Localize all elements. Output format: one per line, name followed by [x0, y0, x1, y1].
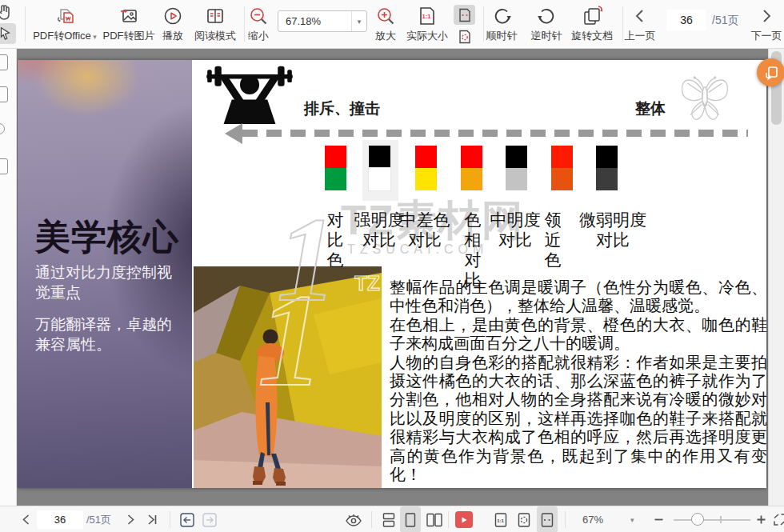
- pdf-to-office-label: PDF转Office: [33, 30, 91, 42]
- divider: [371, 511, 372, 528]
- bottom-fit-page-button[interactable]: [514, 506, 534, 532]
- next-view-button[interactable]: [200, 506, 219, 532]
- select-tool-button[interactable]: [0, 23, 16, 44]
- rotate-document-icon: [566, 4, 618, 28]
- pdf-to-image-label: PDF转图片: [101, 29, 157, 43]
- sidebar-tool-icon[interactable]: [0, 86, 8, 102]
- sidebar-tool-icon[interactable]: [0, 54, 8, 70]
- chevron-right-icon: [749, 4, 784, 28]
- swatch-label-6: 领近色: [542, 210, 563, 270]
- swatch-pair-2: [369, 146, 390, 190]
- swatch-color: [551, 146, 573, 168]
- play-icon: [158, 4, 187, 28]
- single-page-view-button[interactable]: [400, 506, 421, 532]
- zoom-select-caret-icon[interactable]: ▾: [351, 11, 366, 31]
- rotate-ccw-button[interactable]: 逆时针: [526, 4, 566, 43]
- pdf-reader-app: PDF转Office ▾ PDF转图片 播放: [0, 0, 784, 532]
- translate-doc-icon: [763, 65, 779, 81]
- weightlifter-icon: [205, 63, 294, 127]
- last-page-button[interactable]: [142, 506, 162, 532]
- zoom-out-icon: [243, 4, 274, 28]
- pdf-to-office-button[interactable]: PDF转Office ▾: [30, 4, 99, 43]
- previous-view-button[interactable]: [178, 506, 197, 532]
- prev-page-button[interactable]: 上一页: [622, 4, 658, 43]
- bottom-next-page-button[interactable]: [122, 506, 139, 532]
- zoom-level-select[interactable]: 67.18% ▾: [278, 10, 367, 32]
- next-page-button[interactable]: 下一页: [749, 4, 784, 43]
- fit-width-button[interactable]: [454, 5, 475, 25]
- swatch-pair-7: [596, 146, 618, 190]
- zoom-slider-minus-button[interactable]: [651, 506, 666, 532]
- swatch-label-5: 中明度对比: [486, 210, 545, 250]
- dashed-arrow-line: [242, 130, 748, 137]
- fit-page-button[interactable]: [454, 26, 475, 46]
- rotate-document-label: 旋转文档: [566, 29, 618, 43]
- reading-mode-button[interactable]: 阅读模式: [192, 4, 238, 43]
- whole-label: 整体: [635, 98, 666, 119]
- swatch-pair-5: [506, 146, 527, 190]
- sidebar-tool-icon[interactable]: [0, 123, 5, 134]
- swatch-color: [325, 146, 346, 168]
- rotate-cw-button[interactable]: 顺时针: [482, 4, 522, 43]
- swatch-pair-4: [461, 146, 482, 190]
- bottom-actual-size-button[interactable]: 1:1: [490, 506, 511, 532]
- scroll-view-button[interactable]: [379, 506, 398, 532]
- vertical-scrollbar[interactable]: [768, 48, 784, 506]
- bottom-toolbar: 36 /51页: [0, 506, 784, 532]
- zoom-in-button[interactable]: 放大: [370, 4, 401, 43]
- next-page-label: 下一页: [749, 29, 784, 43]
- play-label: 播放: [158, 29, 187, 43]
- divider: [448, 511, 449, 528]
- bottom-zoom-caret-icon[interactable]: ▾: [630, 506, 634, 532]
- two-page-view-button[interactable]: [423, 506, 446, 532]
- swatch-label-3: 中差色对比: [397, 210, 453, 250]
- rotate-cw-label: 顺时针: [482, 29, 522, 43]
- impact-label: 排斥、撞击: [304, 98, 380, 119]
- slide-title: 美学核心: [35, 214, 179, 261]
- hand-tool-icon[interactable]: [0, 2, 14, 25]
- divider: [25, 6, 26, 42]
- translate-fab-button[interactable]: [757, 58, 784, 86]
- fit-width-icon: [454, 5, 475, 25]
- zoom-out-button[interactable]: 缩小: [243, 4, 274, 43]
- swatch-color: [369, 146, 390, 168]
- actual-size-icon: 1:1: [405, 4, 450, 28]
- fit-page-icon: [454, 26, 475, 46]
- document-page: 1 TZ素材网 TZSUCAI.COM 美学核心 通过对比力度控制视觉重点 万能…: [18, 60, 766, 488]
- zoom-slider-tick: [720, 516, 722, 523]
- slideshow-play-button[interactable]: [455, 506, 473, 532]
- divider: [565, 511, 566, 528]
- page-number-input[interactable]: 36: [666, 10, 706, 30]
- zoom-slider-knob[interactable]: [691, 513, 704, 526]
- dashed-arrow-head: [225, 123, 242, 144]
- zoom-slider-plus-button[interactable]: [754, 506, 768, 532]
- chevron-left-icon: [622, 4, 658, 28]
- bottom-prev-page-button[interactable]: [18, 506, 35, 532]
- bottom-page-number-input[interactable]: 36: [37, 510, 83, 529]
- swatch-label-1: 对比色: [322, 210, 348, 270]
- sidebar-tool-icon[interactable]: [0, 158, 8, 174]
- pdf-to-office-icon: [30, 4, 99, 28]
- rotate-ccw-icon: [526, 4, 566, 28]
- rotate-document-button[interactable]: 旋转文档: [566, 4, 618, 43]
- swatch-color: [506, 168, 527, 190]
- reading-mode-icon: [192, 4, 238, 28]
- zoom-level-value: 67.18%: [278, 15, 351, 27]
- top-toolbar: PDF转Office ▾ PDF转图片 播放: [0, 0, 784, 49]
- swatch-pair-6: [551, 146, 573, 190]
- zoom-in-icon: [370, 4, 401, 28]
- svg-text:1:1: 1:1: [422, 13, 431, 20]
- swatch-color: [461, 146, 482, 168]
- zoom-slider-track[interactable]: [674, 519, 750, 521]
- eye-protect-button[interactable]: [342, 506, 365, 532]
- pdf-to-image-button[interactable]: PDF转图片: [101, 4, 157, 43]
- fullscreen-button[interactable]: [771, 506, 784, 532]
- actual-size-button[interactable]: 1:1 实际大小: [405, 4, 450, 43]
- bottom-fit-width-button[interactable]: [537, 506, 558, 532]
- slide-note: 万能翻译器，卓越的兼容属性。: [35, 314, 184, 354]
- swatch-pair-3: [415, 146, 437, 190]
- actual-size-label: 实际大小: [405, 29, 450, 43]
- dropdown-caret-icon: ▾: [91, 33, 97, 41]
- play-button[interactable]: 播放: [158, 4, 187, 43]
- page-total-label: /51页: [712, 14, 738, 28]
